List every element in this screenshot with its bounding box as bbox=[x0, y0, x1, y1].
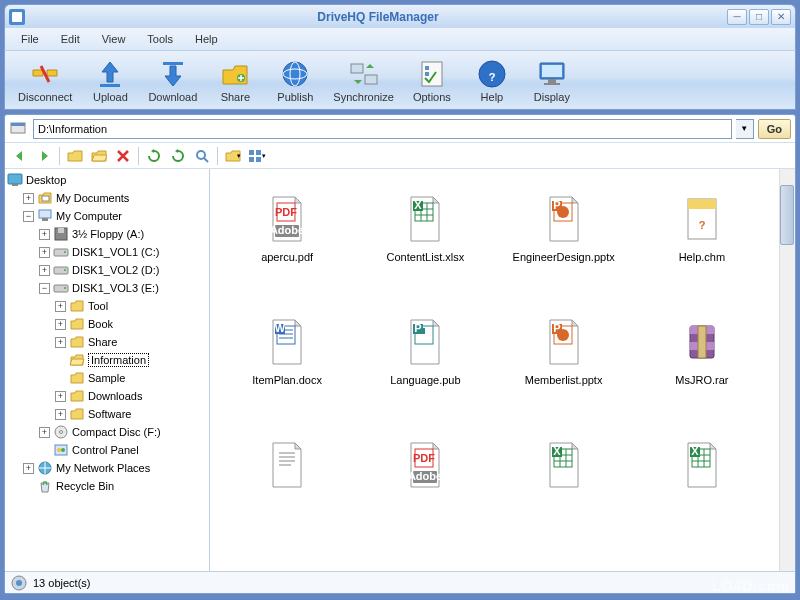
file-item[interactable] bbox=[220, 425, 354, 540]
tree-node[interactable]: Control Panel bbox=[39, 441, 207, 459]
tree-toggle[interactable]: + bbox=[39, 247, 50, 258]
tree-toggle[interactable]: + bbox=[23, 463, 34, 474]
svg-point-35 bbox=[64, 251, 66, 253]
svg-text:?: ? bbox=[699, 219, 706, 231]
file-type-chm-icon: ? bbox=[678, 195, 726, 243]
search-button[interactable] bbox=[191, 146, 213, 166]
minimize-button[interactable]: ─ bbox=[727, 9, 747, 25]
disconnect-button[interactable]: Disconnect bbox=[11, 53, 79, 107]
refresh-remote-button[interactable] bbox=[167, 146, 189, 166]
refresh-local-button[interactable] bbox=[143, 146, 165, 166]
maximize-button[interactable]: □ bbox=[749, 9, 769, 25]
tree-node[interactable]: +Downloads bbox=[55, 387, 207, 405]
file-item[interactable]: PEngineerDesign.pptx bbox=[497, 179, 631, 294]
upload-button[interactable]: Upload bbox=[81, 53, 139, 107]
file-list[interactable]: AdobePDFapercu.pdfXContentList.xlsxPEngi… bbox=[210, 169, 795, 571]
tree-node[interactable]: +DISK1_VOL1 (C:) bbox=[39, 243, 207, 261]
file-type-pptx-icon: P bbox=[540, 318, 588, 366]
tree-node[interactable]: +Share bbox=[55, 333, 207, 351]
go-button[interactable]: Go bbox=[758, 119, 791, 139]
disk-icon bbox=[53, 280, 69, 296]
tree-node[interactable]: +Book bbox=[55, 315, 207, 333]
menu-edit[interactable]: Edit bbox=[51, 31, 90, 47]
tree-node[interactable]: +My Network Places bbox=[23, 459, 207, 477]
options-button[interactable]: Options bbox=[403, 53, 461, 107]
file-item[interactable]: XContentList.xlsx bbox=[358, 179, 492, 294]
floppy-icon bbox=[53, 226, 69, 242]
new-folder-button[interactable] bbox=[64, 146, 86, 166]
file-item[interactable]: X bbox=[497, 425, 631, 540]
svg-point-21 bbox=[197, 151, 205, 159]
tree-toggle[interactable]: − bbox=[23, 211, 34, 222]
tree-toggle[interactable]: + bbox=[39, 229, 50, 240]
publish-button[interactable]: Publish bbox=[266, 53, 324, 107]
tree-node[interactable]: −DISK1_VOL3 (E:) bbox=[39, 279, 207, 297]
tree-node[interactable]: −My Computer bbox=[23, 207, 207, 225]
tree-node[interactable]: Sample bbox=[55, 369, 207, 387]
window-title: DriveHQ FileManager bbox=[29, 10, 727, 24]
tree-node[interactable]: +3½ Floppy (A:) bbox=[39, 225, 207, 243]
help-button[interactable]: ?Help bbox=[463, 53, 521, 107]
options-icon bbox=[416, 58, 448, 90]
file-item[interactable]: ?Help.chm bbox=[635, 179, 769, 294]
tree-node[interactable]: +Software bbox=[55, 405, 207, 423]
tree-toggle[interactable]: + bbox=[55, 337, 66, 348]
tree-toggle[interactable]: + bbox=[55, 301, 66, 312]
menu-tools[interactable]: Tools bbox=[137, 31, 183, 47]
file-item[interactable]: PLanguage.pub bbox=[358, 302, 492, 417]
svg-rect-58 bbox=[688, 199, 716, 209]
file-name: ContentList.xlsx bbox=[387, 251, 465, 263]
svg-rect-26 bbox=[256, 157, 261, 162]
scrollbar[interactable] bbox=[779, 169, 795, 571]
share-button[interactable]: Share bbox=[206, 53, 264, 107]
tree-node[interactable]: Information bbox=[55, 351, 207, 369]
display-button[interactable]: Display bbox=[523, 53, 581, 107]
file-item[interactable]: AdobePDFapercu.pdf bbox=[220, 179, 354, 294]
download-button[interactable]: Download bbox=[141, 53, 204, 107]
tree-toggle[interactable]: − bbox=[39, 283, 50, 294]
tree-node[interactable]: +DISK1_VOL2 (D:) bbox=[39, 261, 207, 279]
svg-point-5 bbox=[283, 62, 307, 86]
tree-node[interactable]: +Tool bbox=[55, 297, 207, 315]
svg-rect-36 bbox=[54, 267, 68, 274]
tree-node[interactable]: +My Documents bbox=[23, 189, 207, 207]
address-dropdown[interactable]: ▼ bbox=[736, 119, 754, 139]
tree-node[interactable]: Recycle Bin bbox=[23, 477, 207, 495]
file-type-xlsx-icon: X bbox=[678, 441, 726, 489]
svg-rect-16 bbox=[542, 65, 562, 77]
file-item[interactable]: PMemberlist.pptx bbox=[497, 302, 631, 417]
tree-root-desktop[interactable]: Desktop bbox=[7, 171, 207, 189]
file-item[interactable]: MsJRO.rar bbox=[635, 302, 769, 417]
menu-file[interactable]: File bbox=[11, 31, 49, 47]
tree-toggle[interactable]: + bbox=[55, 319, 66, 330]
tree-node[interactable]: +Compact Disc (F:) bbox=[39, 423, 207, 441]
tree-label: Sample bbox=[88, 372, 125, 384]
back-button[interactable] bbox=[9, 146, 31, 166]
tree-toggle[interactable]: + bbox=[39, 427, 50, 438]
up-folder-button[interactable]: ▾ bbox=[222, 146, 244, 166]
view-mode-button[interactable]: ▾ bbox=[246, 146, 268, 166]
file-item[interactable]: X bbox=[635, 425, 769, 540]
svg-rect-30 bbox=[39, 210, 51, 218]
tree-label: My Computer bbox=[56, 210, 122, 222]
tree-label: Downloads bbox=[88, 390, 142, 402]
computer-icon bbox=[37, 208, 53, 224]
delete-button[interactable] bbox=[112, 146, 134, 166]
file-name: MsJRO.rar bbox=[675, 374, 728, 386]
close-button[interactable]: ✕ bbox=[771, 9, 791, 25]
file-item[interactable]: WItemPlan.docx bbox=[220, 302, 354, 417]
tree-toggle[interactable]: + bbox=[55, 391, 66, 402]
file-type-pub-icon: P bbox=[401, 318, 449, 366]
tree-toggle[interactable]: + bbox=[55, 409, 66, 420]
forward-button[interactable] bbox=[33, 146, 55, 166]
file-item[interactable]: AdobePDF bbox=[358, 425, 492, 540]
tree-toggle[interactable]: + bbox=[39, 265, 50, 276]
tree-toggle[interactable]: + bbox=[23, 193, 34, 204]
svg-point-43 bbox=[57, 448, 61, 452]
address-input[interactable] bbox=[33, 119, 732, 139]
menu-view[interactable]: View bbox=[92, 31, 136, 47]
menu-help[interactable]: Help bbox=[185, 31, 228, 47]
synchronize-button[interactable]: Synchronize bbox=[326, 53, 401, 107]
folder-tree[interactable]: Desktop +My Documents−My Computer+3½ Flo… bbox=[5, 169, 210, 571]
open-folder-button[interactable] bbox=[88, 146, 110, 166]
